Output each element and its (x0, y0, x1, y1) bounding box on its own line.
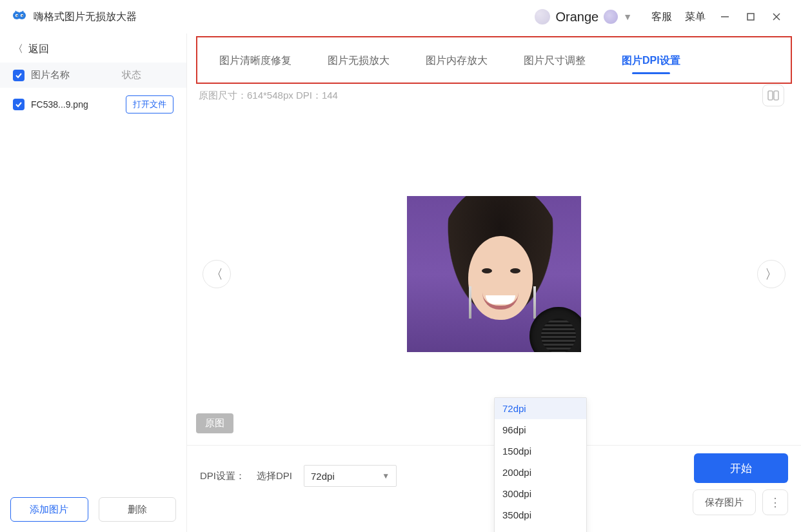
tab-dpi-settings[interactable]: 图片DPI设置 (604, 43, 698, 78)
back-label: 返回 (28, 43, 49, 56)
add-image-button[interactable]: 添加图片 (10, 497, 88, 522)
dpi-option[interactable]: 150dpi (495, 440, 586, 462)
more-options-button[interactable]: ⋮ (762, 489, 788, 515)
window-maximize-button[interactable] (738, 6, 764, 27)
chevron-down-icon: ▼ (382, 471, 390, 480)
tab-clarity-repair[interactable]: 图片清晰度修复 (201, 43, 310, 78)
chevron-left-icon: 〈 (13, 43, 23, 56)
dpi-option[interactable]: 200dpi (495, 462, 586, 483)
column-name-header: 图片名称 (31, 69, 122, 81)
tabs-bar: 图片清晰度修复 图片无损放大 图片内存放大 图片尺寸调整 图片DPI设置 (196, 36, 792, 84)
dpi-option[interactable]: 500dpi (495, 526, 586, 532)
open-file-button[interactable]: 打开文件 (126, 95, 173, 113)
menu-link[interactable]: 菜单 (685, 10, 706, 24)
file-row[interactable]: FC538...9.png 打开文件 (0, 88, 186, 121)
next-image-button[interactable]: 〉 (757, 260, 786, 288)
prev-image-button[interactable]: 〈 (203, 260, 231, 288)
image-info-row: 原图尺寸：614*548px DPI：144 (187, 84, 801, 103)
dpi-setting-label: DPI设置： (200, 470, 245, 482)
sidebar-actions: 添加图片 删除 (0, 487, 186, 532)
svg-rect-11 (774, 91, 778, 100)
dpi-option[interactable]: 96dpi (495, 419, 586, 440)
dpi-option[interactable]: 72dpi (495, 398, 586, 419)
svg-rect-10 (768, 91, 773, 100)
select-all-checkbox[interactable] (13, 70, 25, 81)
user-badge-icon (604, 10, 618, 24)
content-area: 图片清晰度修复 图片无损放大 图片内存放大 图片尺寸调整 图片DPI设置 原图尺… (187, 34, 801, 532)
tab-memory-enlarge[interactable]: 图片内存放大 (408, 43, 506, 78)
column-status-header: 状态 (122, 69, 173, 81)
save-image-button[interactable]: 保存图片 (693, 489, 756, 515)
tab-resize[interactable]: 图片尺寸调整 (506, 43, 604, 78)
svg-point-4 (17, 15, 18, 16)
file-name-label: FC538...9.png (31, 99, 126, 110)
dpi-select[interactable]: 72dpi ▼ (304, 465, 397, 487)
file-list-header: 图片名称 状态 (0, 63, 186, 88)
support-link[interactable]: 客服 (651, 10, 672, 24)
user-avatar-icon (535, 9, 550, 25)
original-image-badge: 原图 (196, 413, 233, 433)
file-checkbox[interactable] (13, 99, 25, 110)
back-button[interactable]: 〈 返回 (0, 34, 186, 63)
dpi-dropdown-menu: 72dpi96dpi150dpi200dpi300dpi350dpi500dpi… (494, 397, 587, 532)
svg-point-5 (22, 15, 23, 16)
window-close-button[interactable] (764, 6, 789, 27)
start-button[interactable]: 开始 (694, 453, 788, 483)
sidebar: 〈 返回 图片名称 状态 FC538...9.png 打开文件 添加图片 删除 (0, 34, 187, 532)
window-minimize-button[interactable] (712, 6, 738, 27)
image-preview: 〈 〉 原图 72dpi96dpi150dpi200dpi300dpi350dp… (187, 103, 801, 445)
preview-image (407, 196, 581, 352)
app-title: 嗨格式图片无损放大器 (34, 10, 137, 24)
svg-rect-7 (747, 14, 754, 20)
dpi-select-label: 选择DPI (257, 470, 292, 482)
dpi-option[interactable]: 350dpi (495, 504, 586, 526)
tab-lossless-enlarge[interactable]: 图片无损放大 (310, 43, 408, 78)
dpi-option[interactable]: 300dpi (495, 483, 586, 504)
image-info-text: 原图尺寸：614*548px DPI：144 (199, 90, 762, 102)
delete-button[interactable]: 删除 (99, 497, 177, 522)
user-cluster[interactable]: Orange ▼ (535, 9, 632, 25)
app-logo-icon (12, 9, 27, 25)
username-label: Orange (555, 10, 598, 25)
titlebar: 嗨格式图片无损放大器 Orange ▼ 客服 菜单 (0, 0, 801, 34)
user-dropdown-caret-icon[interactable]: ▼ (623, 12, 632, 22)
dpi-selected-value: 72dpi (311, 471, 335, 482)
